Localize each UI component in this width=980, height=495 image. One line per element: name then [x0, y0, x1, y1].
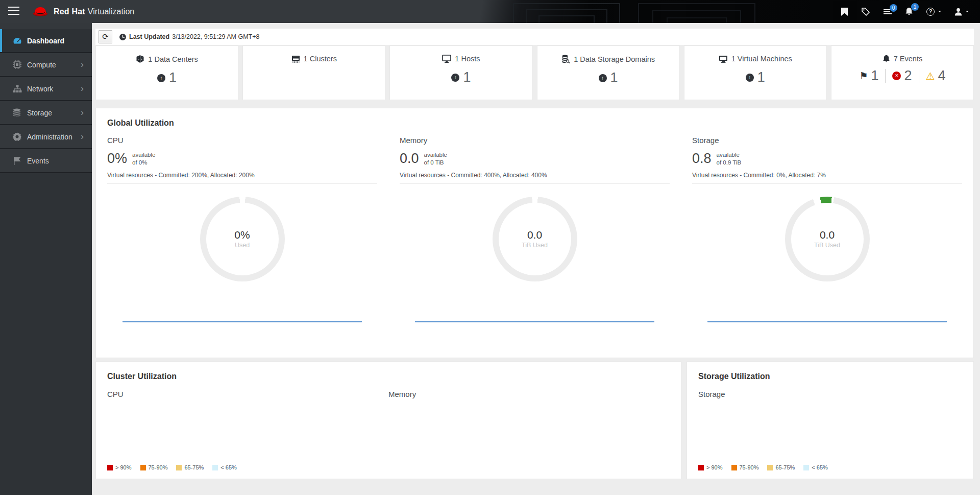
notifications-button[interactable]: 1 — [905, 7, 913, 16]
chevron-down-icon — [966, 11, 969, 14]
hamburger-menu-icon[interactable] — [8, 7, 19, 16]
sidebar-item-label: Administration — [27, 133, 72, 141]
user-menu-button[interactable] — [954, 8, 969, 16]
storage-utilization-panel: Storage Utilization Storage > 90% 75-90%… — [687, 361, 974, 479]
tags-button[interactable] — [861, 8, 870, 16]
storage-utilization-title: Storage Utilization — [698, 372, 962, 381]
legend-swatch — [767, 465, 773, 470]
sidebar-item-administration[interactable]: Administration › — [0, 125, 92, 149]
brand-product: Virtualization — [88, 7, 134, 16]
errors-count: 2 — [904, 69, 912, 83]
sidebar-item-storage[interactable]: Storage › — [0, 101, 92, 125]
memory-virtual-resources: Virtual resources - Committed: 400%, All… — [400, 172, 670, 179]
last-updated-value: 3/13/2022, 9:51:29 AM GMT+8 — [172, 33, 259, 40]
events-alerts-link[interactable]: ⚑ 1 — [859, 69, 878, 83]
legend-label: 65-75% — [184, 464, 204, 470]
brand-name: Red Hat — [54, 7, 85, 16]
error-circle-icon: ✕ — [892, 72, 901, 80]
cluster-utilization-title: Cluster Utilization — [107, 372, 670, 381]
chevron-right-icon: › — [81, 132, 84, 141]
capacity-label: of 0 TiB — [424, 159, 447, 167]
storage-sparkline-chart — [707, 321, 947, 322]
legend-swatch — [731, 465, 737, 470]
storage-label: Storage — [698, 390, 962, 398]
arrow-up-icon: ↑ — [451, 74, 459, 82]
sidebar-item-events[interactable]: Events — [0, 149, 92, 173]
card-storage-domains: 1 Data Storage Domains ↑ 1 — [537, 45, 680, 100]
administration-gear-icon — [13, 132, 27, 141]
network-sitemap-icon — [13, 85, 27, 93]
memory-available-value: 0.0 — [400, 151, 419, 166]
storage-database-icon — [13, 108, 27, 117]
global-utilization-title: Global Utilization — [107, 119, 962, 128]
count-value: 1 — [169, 71, 177, 85]
chevron-down-icon — [938, 11, 941, 14]
divider — [107, 183, 377, 184]
flag-icon: ⚑ — [859, 70, 868, 82]
count-value: 1 — [463, 70, 471, 84]
card-label: 1 Virtual Machines — [731, 55, 792, 63]
virtual-machines-icon — [719, 55, 728, 63]
events-errors-link[interactable]: ✕ 2 — [892, 69, 912, 83]
storage-domains-icon — [561, 55, 570, 63]
cluster-cpu-label: CPU — [107, 390, 388, 398]
cpu-available-value: 0% — [107, 151, 127, 166]
divider — [885, 69, 886, 83]
card-label: 7 Events — [894, 55, 922, 63]
data-centers-count-link[interactable]: ↑ 1 — [96, 71, 238, 85]
refresh-button[interactable]: ⟳ — [99, 30, 112, 43]
storage-donut-label: TiB Used — [814, 242, 840, 249]
memory-donut-value: 0.0 — [527, 229, 542, 241]
help-menu-button[interactable]: ? — [926, 8, 941, 16]
compute-chip-icon — [13, 60, 27, 69]
chevron-right-icon: › — [81, 108, 84, 117]
heatmap-legend: > 90% 75-90% 65-75% < 65% — [107, 464, 237, 470]
brand-logo[interactable]: Red Hat Virtualization — [32, 0, 134, 23]
clusters-icon — [291, 55, 300, 63]
card-data-centers: 1 Data Centers ↑ 1 — [95, 45, 238, 100]
hosts-count-link[interactable]: ↑ 1 — [390, 70, 532, 84]
dashboard-main: ⟳ Last Updated 3/13/2022, 9:51:29 AM GMT… — [92, 23, 980, 495]
virtual-machines-count-link[interactable]: ↑ 1 — [684, 70, 826, 84]
alerts-count: 1 — [871, 69, 878, 83]
sidebar-item-label: Storage — [27, 109, 52, 117]
card-label: 1 Clusters — [304, 55, 337, 63]
storage-available-value: 0.8 — [692, 151, 712, 166]
masthead: Red Hat Virtualization 0 1 ? — [0, 0, 980, 23]
dashboard-gauge-icon — [13, 37, 27, 45]
capacity-label: of 0.9 TiB — [717, 159, 742, 167]
legend-swatch — [107, 465, 113, 470]
available-label: available — [132, 151, 155, 159]
arrow-up-icon: ↑ — [599, 74, 607, 82]
storage-virtual-resources: Virtual resources - Committed: 0%, Alloc… — [692, 172, 962, 179]
chevron-right-icon: › — [81, 84, 84, 93]
available-label: available — [717, 151, 742, 159]
storage-donut-chart: 0.0 TiB Used — [785, 197, 870, 281]
global-utilization-panel: Global Utilization CPU 0% available of 0… — [95, 108, 974, 358]
arrow-up-icon: ↑ — [746, 74, 754, 82]
events-flag-icon — [13, 157, 27, 165]
cpu-sparkline-chart — [122, 321, 362, 322]
bookmark-icon — [841, 8, 848, 16]
data-centers-icon — [136, 55, 144, 63]
redhat-fedora-icon — [32, 6, 49, 18]
sidebar-item-network[interactable]: Network › — [0, 77, 92, 101]
bookmark-button[interactable] — [841, 8, 848, 16]
memory-heading: Memory — [400, 136, 670, 145]
tag-icon — [861, 8, 870, 16]
clock-icon — [119, 34, 126, 40]
sidebar-item-label: Events — [27, 157, 49, 165]
last-updated-label: Last Updated — [129, 33, 169, 40]
sidebar-item-dashboard[interactable]: Dashboard — [0, 29, 92, 53]
divider — [919, 69, 919, 83]
storage-donut-value: 0.0 — [820, 229, 835, 241]
hosts-icon — [442, 55, 451, 63]
user-icon — [954, 8, 962, 16]
events-warnings-link[interactable]: ⚠ 4 — [926, 69, 946, 83]
cpu-donut-value: 0% — [234, 229, 250, 241]
tasks-button[interactable]: 0 — [884, 8, 892, 15]
sidebar-item-compute[interactable]: Compute › — [0, 53, 92, 77]
sidebar-item-label: Dashboard — [27, 37, 64, 45]
storage-domains-count-link[interactable]: ↑ 1 — [537, 71, 679, 85]
legend-swatch — [698, 465, 704, 470]
